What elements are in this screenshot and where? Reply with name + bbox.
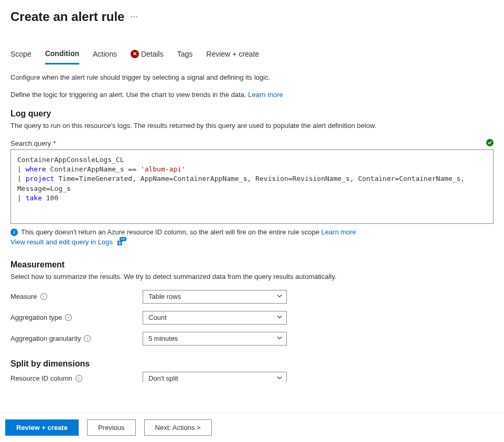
tab-condition[interactable]: Condition — [45, 49, 79, 64]
info-icon: i — [10, 229, 18, 236]
agg-gran-select[interactable]: 5 minutes — [143, 332, 287, 346]
previous-button[interactable]: Previous — [87, 419, 136, 436]
search-query-label: Search query* — [10, 139, 56, 147]
agg-type-label: Aggregation type i — [10, 314, 143, 321]
view-result-link[interactable]: View result and edit query in Logs — [10, 238, 113, 246]
info-outline-icon[interactable]: i — [40, 293, 47, 300]
query-info-row: i This query doesn't return an Azure res… — [10, 228, 494, 236]
tab-tags[interactable]: Tags — [177, 49, 193, 64]
measure-label: Measure i — [10, 293, 143, 300]
resource-id-label: Resource ID column i — [10, 374, 143, 382]
log-query-sub: The query to run on this resource's logs… — [10, 122, 494, 130]
log-query-heading: Log query — [10, 109, 494, 118]
learn-more-link[interactable]: Learn more — [248, 91, 283, 99]
agg-gran-label: Aggregation granularity i — [10, 335, 143, 342]
split-heading: Split by dimensions — [10, 359, 494, 369]
tab-review[interactable]: Review + create — [206, 49, 259, 64]
info-outline-icon[interactable]: i — [84, 335, 91, 342]
intro-text-2: Define the logic for triggering an alert… — [10, 91, 494, 99]
error-badge-icon: ✕ — [131, 50, 139, 58]
svg-rect-3 — [117, 243, 120, 245]
info-outline-icon[interactable]: i — [76, 375, 82, 382]
tab-details[interactable]: ✕ Details — [131, 49, 164, 64]
preview-icon: PR — [117, 239, 124, 246]
intro-text-1: Configure when the alert rule should tri… — [10, 73, 494, 81]
measure-select[interactable]: Table rows — [143, 290, 287, 304]
valid-check-icon — [486, 139, 494, 148]
review-create-button[interactable]: Review + create — [5, 419, 79, 436]
footer-bar: Review + create Previous Next: Actions > — [0, 413, 504, 442]
agg-type-select[interactable]: Count — [143, 311, 287, 325]
page-title: Create an alert rule — [10, 9, 124, 24]
measurement-heading: Measurement — [10, 260, 494, 269]
query-editor[interactable]: ContainerAppConsoleLogs_CL | where Conta… — [10, 149, 494, 224]
resource-id-select[interactable]: Don't split — [143, 372, 287, 382]
tab-actions[interactable]: Actions — [93, 49, 117, 64]
svg-rect-4 — [120, 243, 122, 245]
measurement-sub: Select how to summarize the results. We … — [10, 273, 494, 281]
more-icon[interactable]: ⋯ — [131, 13, 138, 21]
tab-bar: Scope Condition Actions ✕ Details Tags R… — [10, 49, 494, 64]
info-outline-icon[interactable]: i — [65, 314, 72, 321]
next-button[interactable]: Next: Actions > — [144, 419, 212, 436]
query-info-learn-more-link[interactable]: Learn more — [321, 228, 356, 236]
svg-rect-1 — [117, 241, 120, 243]
tab-scope[interactable]: Scope — [10, 49, 31, 64]
